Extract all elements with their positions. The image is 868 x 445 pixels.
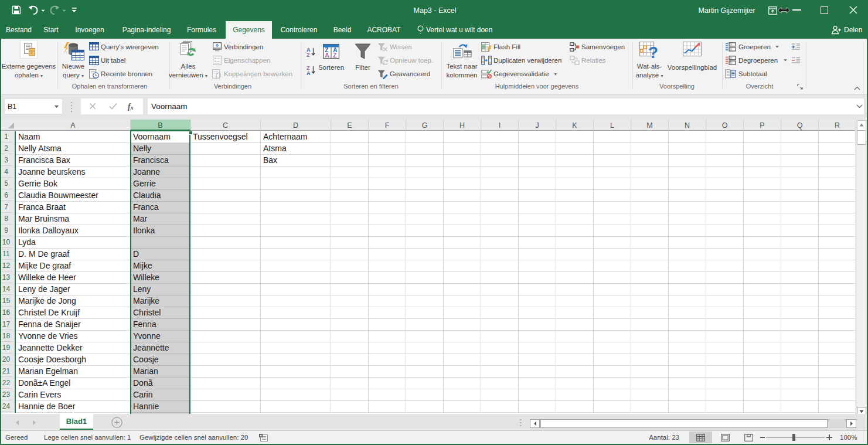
svg-text:A: A xyxy=(325,52,329,59)
svg-text:?: ? xyxy=(648,43,658,59)
svg-text:Z: Z xyxy=(333,52,337,59)
svg-text:Z: Z xyxy=(307,52,310,57)
